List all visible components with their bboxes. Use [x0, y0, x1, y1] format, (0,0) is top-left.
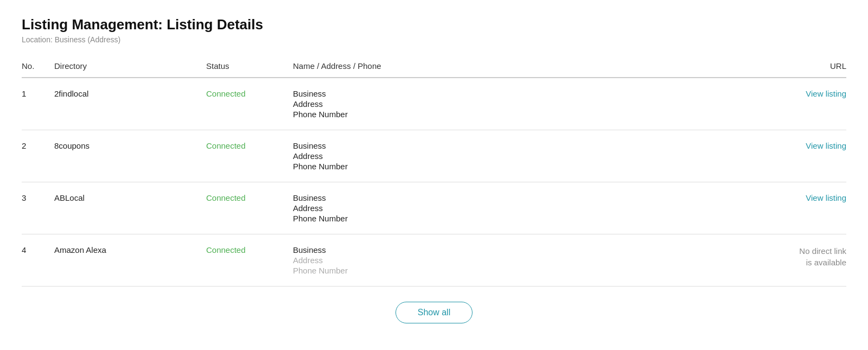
view-listing-link[interactable]: View listing [738, 193, 846, 202]
listing-table-wrapper: No. Directory Status Name / Address / Ph… [22, 57, 846, 287]
col-header-nap: Name / Address / Phone [293, 57, 738, 78]
cell-url[interactable]: View listing [738, 130, 846, 182]
cell-directory: 8coupons [54, 130, 206, 182]
col-header-status: Status [206, 57, 293, 78]
col-header-url: URL [738, 57, 846, 78]
no-link-label: No direct linkis available [738, 245, 846, 268]
cell-no: 4 [22, 234, 54, 287]
cell-nap: BusinessAddressPhone Number [293, 182, 738, 234]
page-subtitle: Location: Business (Address) [22, 35, 846, 44]
cell-url[interactable]: View listing [738, 182, 846, 234]
status-badge: Connected [206, 245, 246, 254]
nap-line: Phone Number [293, 110, 738, 119]
cell-status: Connected [206, 78, 293, 130]
table-row: 3ABLocalConnectedBusinessAddressPhone Nu… [22, 182, 846, 234]
nap-line: Business [293, 193, 738, 202]
col-header-no: No. [22, 57, 54, 78]
status-badge: Connected [206, 141, 246, 150]
nap-line: Business [293, 141, 738, 150]
view-listing-link[interactable]: View listing [738, 89, 846, 98]
nap-line: Phone Number [293, 266, 738, 275]
cell-nap: BusinessAddressPhone Number [293, 130, 738, 182]
nap-line: Phone Number [293, 162, 738, 171]
table-row: 4Amazon AlexaConnectedBusinessAddressPho… [22, 234, 846, 287]
nap-line: Address [293, 99, 738, 109]
cell-no: 3 [22, 182, 54, 234]
cell-no: 2 [22, 130, 54, 182]
nap-line: Address [293, 256, 738, 265]
view-listing-link[interactable]: View listing [738, 141, 846, 150]
status-badge: Connected [206, 89, 246, 98]
nap-line: Address [293, 203, 738, 213]
nap-line: Address [293, 151, 738, 161]
listing-table: No. Directory Status Name / Address / Ph… [22, 57, 846, 287]
col-header-directory: Directory [54, 57, 206, 78]
show-all-button[interactable]: Show all [395, 302, 473, 323]
cell-directory: Amazon Alexa [54, 234, 206, 287]
cell-nap: BusinessAddressPhone Number [293, 234, 738, 287]
cell-status: Connected [206, 234, 293, 287]
table-row: 28couponsConnectedBusinessAddressPhone N… [22, 130, 846, 182]
cell-no: 1 [22, 78, 54, 130]
cell-url[interactable]: View listing [738, 78, 846, 130]
table-header-row: No. Directory Status Name / Address / Ph… [22, 57, 846, 78]
nap-line: Phone Number [293, 214, 738, 223]
cell-directory: ABLocal [54, 182, 206, 234]
nap-line: Business [293, 89, 738, 98]
status-badge: Connected [206, 193, 246, 202]
cell-directory: 2findlocal [54, 78, 206, 130]
show-all-container: Show all [22, 302, 846, 323]
cell-status: Connected [206, 182, 293, 234]
page-title: Listing Management: Listing Details [22, 16, 846, 33]
nap-line: Business [293, 245, 738, 254]
cell-status: Connected [206, 130, 293, 182]
cell-url: No direct linkis available [738, 234, 846, 287]
cell-nap: BusinessAddressPhone Number [293, 78, 738, 130]
table-row: 12findlocalConnectedBusinessAddressPhone… [22, 78, 846, 130]
